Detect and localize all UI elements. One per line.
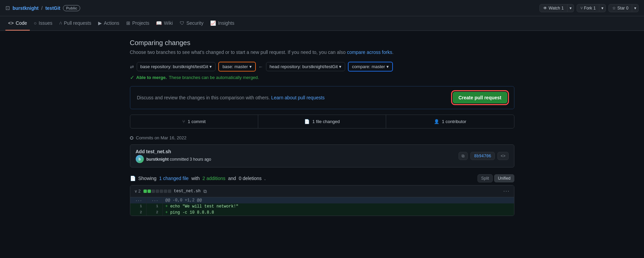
public-badge: Public bbox=[63, 5, 80, 11]
contributor-icon: 👤 bbox=[434, 119, 439, 124]
create-pull-request-button[interactable]: Create pull request bbox=[453, 92, 507, 103]
fork-button[interactable]: ⑂ Fork 1 bbox=[577, 4, 600, 12]
diff-more-options-button[interactable]: ··· bbox=[503, 188, 510, 194]
nav-tabs: <> Code ○ Issues ⑃ Pull requests ▶ Actio… bbox=[0, 16, 644, 31]
repo-icon: ⊡ bbox=[5, 5, 10, 11]
watch-label: Watch bbox=[549, 6, 560, 11]
copy-hash-button[interactable]: ⧉ bbox=[459, 152, 468, 160]
diff-block-3 bbox=[152, 190, 155, 193]
chevron-down-icon: ▾ bbox=[339, 64, 341, 69]
line-content-2: + ping -c 10 8.8.8.8 bbox=[163, 210, 514, 216]
diff-header: 📄 Showing 1 changed file with 2 addition… bbox=[130, 174, 514, 182]
commit-right: ⧉ 8b94706 <> bbox=[459, 152, 509, 160]
arrow-icon: ← bbox=[259, 64, 263, 70]
tab-code[interactable]: <> Code bbox=[5, 16, 30, 31]
split-view-button[interactable]: Split bbox=[478, 174, 493, 182]
star-count: 0 bbox=[626, 6, 628, 11]
eye-icon: 👁 bbox=[543, 6, 547, 11]
page-subtitle: Choose two branches to see what's change… bbox=[130, 49, 514, 55]
fork-label: Fork bbox=[584, 6, 592, 11]
unified-view-button[interactable]: Unified bbox=[494, 174, 514, 182]
head-repo-dropdown[interactable]: head repository: burstknight/testGit ▾ bbox=[266, 62, 346, 71]
hunk-line-num-left: ... bbox=[130, 197, 147, 203]
merge-status: ✓ Able to merge. These branches can be a… bbox=[130, 74, 259, 81]
browse-files-button[interactable]: <> bbox=[497, 152, 508, 160]
issues-icon: ○ bbox=[34, 20, 37, 26]
deletions-count: 0 deletions bbox=[239, 176, 262, 181]
diff-line-2: 2 2 + ping -c 10 8.8.8.8 bbox=[130, 210, 514, 216]
star-icon: ☆ bbox=[612, 6, 616, 11]
fork-btn-group: ⑂ Fork 1 ▾ bbox=[577, 4, 606, 12]
fork-dropdown[interactable]: ▾ bbox=[599, 4, 606, 12]
info-box-text: Discuss and review the changes in this c… bbox=[137, 95, 325, 100]
base-branch-dropdown[interactable]: base: master ▾ bbox=[218, 62, 256, 72]
merge-status-text: Able to merge. bbox=[136, 75, 167, 80]
tab-insights[interactable]: 📈 Insights bbox=[207, 16, 237, 31]
commits-stat: ⑂ 1 commit bbox=[130, 115, 258, 128]
tab-issues[interactable]: ○ Issues bbox=[31, 16, 55, 31]
line-num-right-1: 1 bbox=[147, 203, 163, 210]
changed-file-link[interactable]: 1 changed file bbox=[159, 176, 188, 181]
line-num-left-1: 1 bbox=[130, 203, 147, 210]
repo-info: ⊡ burstknight / testGit Public bbox=[5, 5, 80, 11]
tab-projects[interactable]: ⊞ Projects bbox=[124, 16, 152, 31]
checkmark-icon: ✓ bbox=[130, 74, 134, 81]
repo-name[interactable]: testGit bbox=[45, 5, 60, 11]
diff-line-1: 1 1 + echo "We will test network!" bbox=[130, 203, 514, 210]
diff-block-6 bbox=[164, 190, 167, 193]
compare-forks-link[interactable]: compare across forks bbox=[347, 49, 392, 55]
additions-text: with bbox=[191, 176, 200, 181]
commit-icon: ⑂ bbox=[182, 119, 185, 124]
subtitle-text: Choose two branches to see what's change… bbox=[130, 49, 346, 55]
top-header: ⊡ burstknight / testGit Public 👁 Watch 1… bbox=[0, 0, 644, 16]
hunk-line-num-right: ... bbox=[147, 197, 163, 203]
commits-date-label: Commits on Mar 16, 2022 bbox=[136, 135, 187, 140]
tab-actions[interactable]: ▶ Actions bbox=[95, 16, 122, 31]
tab-pull-requests[interactable]: ⑃ Pull requests bbox=[57, 16, 94, 31]
compare-branch-dropdown[interactable]: compare: master ▾ bbox=[348, 62, 393, 72]
compare-arrows-icon: ⇄ bbox=[130, 64, 134, 70]
diff-section: 📄 Showing 1 changed file with 2 addition… bbox=[130, 174, 514, 216]
commit-label: 1 commit bbox=[188, 119, 206, 124]
fork-icon: ⑂ bbox=[580, 6, 583, 11]
watch-dropdown[interactable]: ▾ bbox=[568, 4, 574, 12]
and-text: and bbox=[228, 176, 236, 181]
star-dropdown[interactable]: ▾ bbox=[632, 4, 639, 12]
diff-block-4 bbox=[156, 190, 159, 193]
additions-count: 2 additions bbox=[202, 176, 225, 181]
diff-filename: test_net.sh bbox=[174, 189, 201, 194]
commit-left: Add test_net.sh b burstknight committed … bbox=[136, 149, 211, 163]
watch-btn-group: 👁 Watch 1 ▾ bbox=[539, 4, 574, 12]
diff-table: ∨ 2 test_net.sh ⧉ ··· bbox=[130, 185, 514, 216]
chevron-down-icon: ▾ bbox=[249, 64, 252, 69]
hunk-content: @@ -0,0 +1,2 @@ bbox=[163, 197, 514, 203]
files-stat: 📄 1 file changed bbox=[258, 115, 386, 128]
learn-pull-requests-link[interactable]: Learn about pull requests bbox=[271, 95, 325, 100]
file-icon: 📄 bbox=[304, 119, 310, 124]
chevron-down-icon: ▾ bbox=[386, 64, 389, 69]
security-icon: 🛡 bbox=[180, 20, 184, 26]
head-repo-label: head repository: burstknight/testGit bbox=[270, 64, 338, 69]
base-repo-dropdown[interactable]: base repository: burstknight/testGit ▾ bbox=[137, 62, 216, 71]
wiki-icon: 📖 bbox=[156, 20, 162, 26]
diff-collapse-button[interactable]: ∨ 2 bbox=[134, 189, 141, 194]
repo-owner[interactable]: burstknight bbox=[13, 5, 39, 11]
diff-block-2 bbox=[148, 190, 151, 193]
commit-hash-button[interactable]: 8b94706 bbox=[470, 152, 495, 160]
tab-security[interactable]: 🛡 Security bbox=[177, 16, 206, 31]
diff-copy-path-button[interactable]: ⧉ bbox=[203, 188, 207, 194]
projects-icon: ⊞ bbox=[126, 20, 130, 26]
tab-wiki[interactable]: 📖 Wiki bbox=[153, 16, 175, 31]
actions-icon: ▶ bbox=[98, 20, 102, 26]
base-branch-label: base: master bbox=[222, 64, 248, 69]
stats-row: ⑂ 1 commit 📄 1 file changed 👤 1 contribu… bbox=[130, 115, 514, 128]
insights-icon: 📈 bbox=[210, 20, 216, 26]
watch-button[interactable]: 👁 Watch 1 bbox=[539, 4, 567, 12]
commit-meta: b burstknight committed 3 hours ago bbox=[136, 155, 211, 163]
main-content: Comparing changes Choose two branches to… bbox=[119, 31, 525, 224]
showing-text: Showing bbox=[138, 176, 157, 181]
commit-card: Add test_net.sh b burstknight committed … bbox=[130, 144, 514, 167]
file-icon: 📄 bbox=[130, 176, 136, 181]
commit-dot-icon bbox=[130, 136, 133, 140]
star-button[interactable]: ☆ Star 0 bbox=[608, 4, 632, 12]
